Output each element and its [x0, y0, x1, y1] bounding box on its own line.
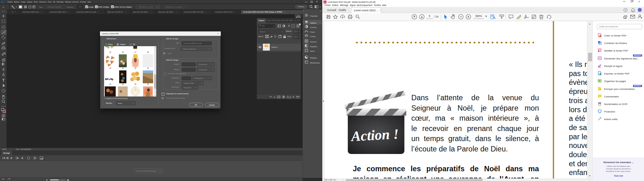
svg-text:T: T — [288, 25, 290, 27]
svg-text:fx: fx — [274, 96, 276, 98]
svg-text:Action !: Action ! — [350, 126, 399, 144]
svg-text:T: T — [2, 78, 5, 83]
